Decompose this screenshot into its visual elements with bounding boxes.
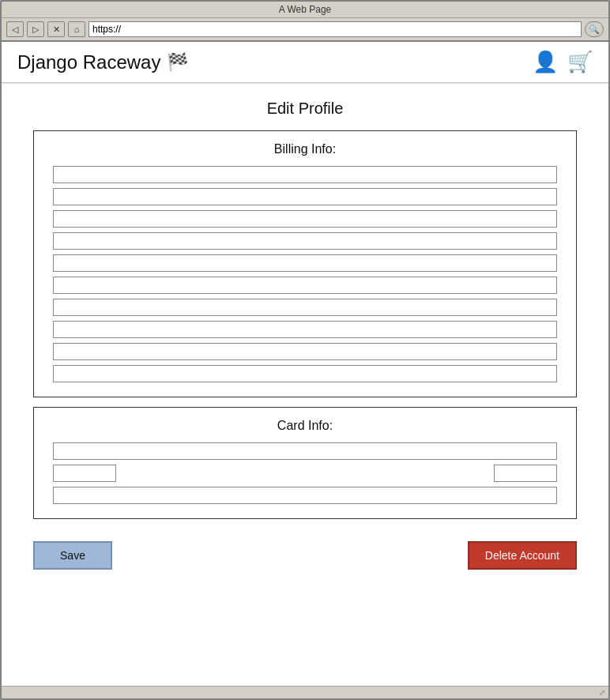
- card-section-title: Card Info:: [53, 419, 557, 433]
- delete-account-button[interactable]: Delete Account: [468, 541, 577, 570]
- user-icon[interactable]: 👤: [533, 50, 558, 74]
- billing-field-2[interactable]: [53, 188, 557, 205]
- card-number-field[interactable]: [53, 442, 557, 460]
- browser-titlebar: A Web Page: [2, 2, 608, 18]
- card-cvv-field[interactable]: [494, 465, 557, 482]
- site-title-group: Django Raceway 🏁: [17, 51, 188, 73]
- cart-icon[interactable]: 🛒: [567, 50, 593, 74]
- card-expiry-field[interactable]: [53, 465, 116, 482]
- billing-field-6[interactable]: [53, 277, 557, 294]
- home-button[interactable]: ⌂: [68, 21, 85, 37]
- card-row-spacer: [116, 465, 494, 482]
- billing-field-3[interactable]: [53, 210, 557, 228]
- browser-title: A Web Page: [279, 4, 332, 15]
- billing-field-9[interactable]: [53, 343, 557, 360]
- billing-field-8[interactable]: [53, 321, 557, 338]
- save-button[interactable]: Save: [33, 541, 112, 570]
- forward-button[interactable]: ▷: [27, 21, 44, 37]
- billing-section: Billing Info:: [33, 130, 577, 397]
- site-header: Django Raceway 🏁 👤 🛒: [2, 42, 608, 83]
- buttons-area: Save Delete Account: [33, 529, 577, 570]
- browser-window: A Web Page ◁ ▷ ✕ ⌂ 🔍 Django Raceway 🏁 👤 …: [0, 0, 610, 700]
- main-content: Edit Profile Billing Info: Card Info:: [2, 83, 608, 686]
- billing-section-title: Billing Info:: [53, 142, 557, 156]
- card-section: Card Info:: [33, 407, 577, 519]
- billing-field-5[interactable]: [53, 254, 557, 272]
- billing-field-10[interactable]: [53, 365, 557, 382]
- header-icons: 👤 🛒: [533, 50, 593, 74]
- browser-toolbar: ◁ ▷ ✕ ⌂ 🔍: [2, 18, 608, 42]
- resize-handle: ⤢: [599, 688, 605, 697]
- back-button[interactable]: ◁: [6, 21, 24, 37]
- page-title: Edit Profile: [33, 100, 577, 118]
- site-name: Django Raceway: [17, 51, 160, 73]
- browser-statusbar: ⤢: [2, 686, 608, 698]
- card-extra-field[interactable]: [53, 487, 557, 504]
- card-expiry-cvv-row: [53, 465, 557, 482]
- address-bar[interactable]: [88, 21, 582, 37]
- close-button[interactable]: ✕: [47, 21, 65, 37]
- billing-field-4[interactable]: [53, 232, 557, 250]
- flag-icon: 🏁: [167, 52, 188, 73]
- browser-content: Django Raceway 🏁 👤 🛒 Edit Profile Billin…: [2, 42, 608, 686]
- search-button[interactable]: 🔍: [585, 21, 604, 37]
- billing-field-7[interactable]: [53, 299, 557, 316]
- billing-field-1[interactable]: [53, 166, 557, 183]
